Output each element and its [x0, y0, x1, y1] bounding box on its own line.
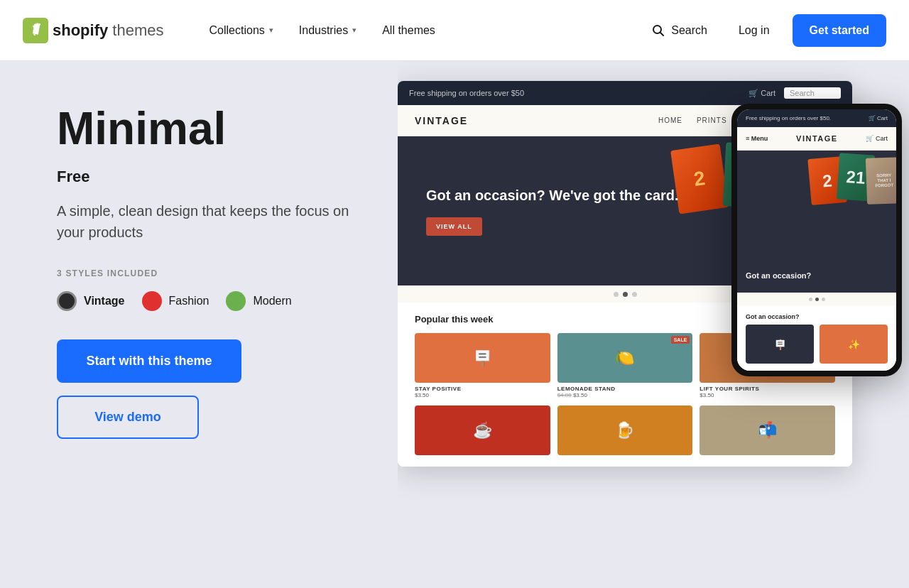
industries-chevron-icon: ▾: [352, 26, 356, 35]
logo[interactable]: shopify themes: [23, 18, 164, 43]
search-button[interactable]: Search: [643, 18, 716, 43]
mobile-mockup: Free shipping on orders over $50. 🛒 Cart…: [731, 104, 902, 376]
mobile-brand: VINTAGE: [796, 134, 838, 143]
product-name-3: LIFT YOUR SPIRITS: [700, 386, 835, 392]
mobile-topbar: Free shipping on orders over $50. 🛒 Cart: [737, 109, 896, 127]
product-name-2: LEMONADE STAND: [557, 386, 693, 392]
nav-links: Collections ▾ Industries ▾ All themes: [198, 17, 643, 44]
product-price-1: $3.50: [415, 392, 550, 398]
mockup-products-row2: ☕ 🍺 📬: [415, 405, 835, 455]
mobile-hero-title: Got an occasion?: [746, 271, 888, 280]
logo-text: shopify themes: [53, 21, 164, 40]
styles-label: 3 STYLES INCLUDED: [57, 268, 355, 278]
style-dot-modern: [226, 291, 246, 311]
mobile-cart-text: 🛒 Cart: [866, 135, 888, 142]
style-option-modern[interactable]: Modern: [226, 291, 291, 311]
styles-row: Vintage Fashion Modern: [57, 291, 355, 311]
style-name-vintage: Vintage: [84, 295, 125, 307]
left-panel: Minimal Free A simple, clean design that…: [0, 61, 398, 588]
product-img-4: ☕: [415, 405, 550, 455]
product-img-1: 🪧: [415, 333, 550, 383]
collections-nav-link[interactable]: Collections ▾: [198, 17, 285, 44]
style-dot-vintage: [57, 291, 77, 311]
mockup-search-box: Search: [784, 87, 841, 99]
hero-card-1: 2: [670, 144, 729, 214]
theme-description: A simple, clean design that keeps the fo…: [57, 200, 355, 243]
right-panel: Free shipping on orders over $50 🛒 Cart …: [398, 61, 909, 588]
collections-chevron-icon: ▾: [269, 26, 273, 35]
mockup-nav-prints: PRINTS: [697, 116, 727, 124]
shopify-logo-icon: [23, 18, 48, 43]
mobile-dots: [737, 293, 896, 305]
search-icon: [651, 23, 665, 38]
product-name-1: STAY POSITIVE: [415, 386, 550, 392]
theme-title: Minimal: [57, 104, 355, 153]
style-option-fashion[interactable]: Fashion: [142, 291, 209, 311]
carousel-dot-1: [614, 292, 619, 297]
style-option-vintage[interactable]: Vintage: [57, 291, 125, 311]
theme-price: Free: [57, 168, 355, 186]
product-card-5: 🍺: [557, 405, 693, 455]
mobile-popular-title: Got an occasion?: [746, 313, 800, 320]
m-dot-2: [815, 298, 819, 301]
mobile-hero-bottom: Got an occasion?: [737, 271, 896, 284]
mobile-inner: Free shipping on orders over $50. 🛒 Cart…: [737, 109, 896, 371]
product-card-4: ☕: [415, 405, 550, 455]
mobile-products-title: Got an occasion?: [746, 312, 888, 320]
mobile-product-2: ✨: [820, 325, 888, 364]
industries-nav-link[interactable]: Industries ▾: [288, 17, 368, 44]
view-demo-button[interactable]: View demo: [57, 396, 199, 439]
login-button[interactable]: Log in: [727, 18, 781, 43]
mobile-topbar-text: Free shipping on orders over $50.: [746, 115, 831, 121]
style-dot-fashion: [142, 291, 162, 311]
start-with-theme-button[interactable]: Start with this theme: [57, 339, 241, 383]
mockup-topbar: Free shipping on orders over $50 🛒 Cart …: [398, 81, 852, 105]
product-img-6: 📬: [700, 405, 835, 455]
product-price-2: $4.00 $3.50: [557, 392, 693, 398]
mockup-shipping-text: Free shipping on orders over $50: [409, 89, 524, 97]
style-name-fashion: Fashion: [169, 295, 209, 307]
product-card-6: 📬: [700, 405, 835, 455]
mobile-nav: ≡ Menu VINTAGE 🛒 Cart: [737, 127, 896, 151]
carousel-dot-3: [632, 292, 637, 297]
mockup-hero-button: VIEW ALL: [426, 217, 482, 236]
mobile-card-3: SORRYTHAT IFORGOT: [866, 157, 896, 205]
m-dot-1: [809, 298, 812, 301]
mobile-products: Got an occasion? 🪧 ✨: [737, 305, 896, 371]
m-dot-3: [822, 298, 825, 301]
main-content: Minimal Free A simple, clean design that…: [0, 61, 909, 588]
mobile-product-1: 🪧: [746, 325, 814, 364]
mockup-cart-icon: 🛒 Cart: [749, 89, 775, 98]
all-themes-nav-link[interactable]: All themes: [371, 17, 447, 44]
mockup-nav-home: HOME: [658, 116, 682, 124]
mobile-cart-icon: 🛒 Cart: [869, 115, 888, 121]
navbar: shopify themes Collections ▾ Industries …: [0, 0, 909, 61]
mockup-brand: VINTAGE: [415, 115, 468, 126]
style-name-modern: Modern: [253, 295, 291, 307]
nav-actions: Search Log in Get started: [643, 14, 886, 47]
mobile-products-grid: 🪧 ✨: [746, 325, 888, 364]
sale-badge: SALE: [671, 336, 690, 344]
product-img-5: 🍺: [557, 405, 693, 455]
product-card-2: 🍋 SALE LEMONADE STAND $4.00 $3.50: [557, 333, 693, 398]
mockup-hero-title: Got an occasion? We've got the card.: [426, 186, 679, 205]
mobile-hero: 2 21 SORRYTHAT IFORGOT Got an occasion?: [737, 151, 896, 293]
product-card-1: 🪧 STAY POSITIVE $3.50: [415, 333, 550, 398]
get-started-button[interactable]: Get started: [793, 14, 886, 47]
product-price-3: $3.50: [700, 392, 835, 398]
mobile-menu-icon: ≡ Menu: [746, 135, 768, 142]
carousel-dot-2: [623, 292, 628, 297]
mockup-hero-text: Got an occasion? We've got the card. VIE…: [426, 186, 679, 236]
